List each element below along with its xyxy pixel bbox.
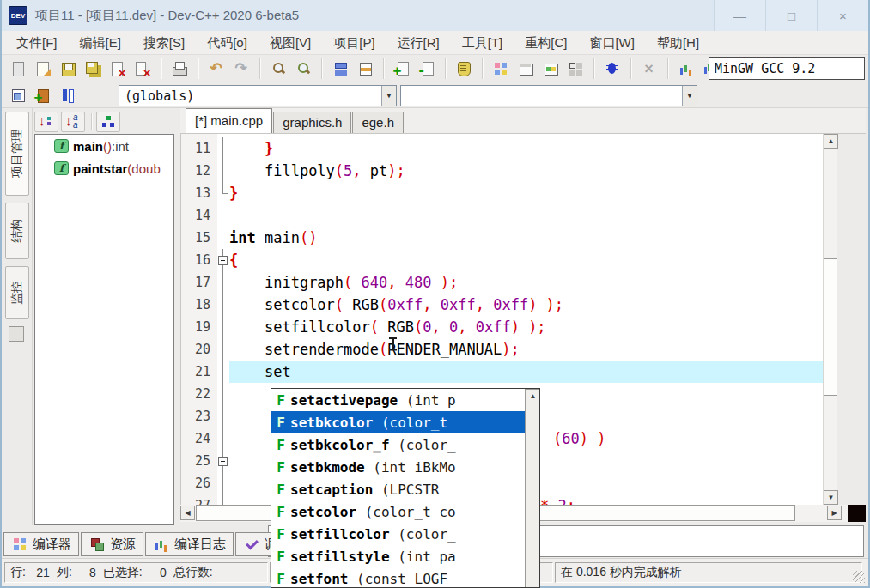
line-number[interactable]: 25 xyxy=(181,450,217,472)
line-number[interactable]: 15 xyxy=(181,227,217,249)
debug-button[interactable] xyxy=(600,58,624,80)
tree-item-main[interactable]: fmain(): int xyxy=(35,135,173,157)
float-report-button[interactable] xyxy=(9,326,24,342)
line-number[interactable]: 19 xyxy=(181,316,217,338)
menu-item-V[interactable]: 视图[V] xyxy=(259,31,322,54)
menu-item-P[interactable]: 项目[P] xyxy=(322,31,386,54)
scroll-down-button[interactable]: ▼ xyxy=(824,490,838,505)
replace-button[interactable] xyxy=(291,58,314,80)
line-number[interactable]: 14 xyxy=(181,204,217,227)
code-line-text[interactable] xyxy=(229,204,837,227)
line-number[interactable]: 26 xyxy=(181,472,217,494)
code-line-text[interactable]: } xyxy=(229,137,837,160)
chevron-down-icon[interactable]: ▼ xyxy=(381,86,396,106)
compile-run-button[interactable] xyxy=(538,58,562,80)
maximize-button[interactable]: □ xyxy=(765,0,817,31)
class-browser-tree[interactable]: fmain(): intfpaintstar(doub xyxy=(34,134,174,525)
report-tab-编译日志[interactable]: 编译日志 xyxy=(145,532,234,556)
autocomplete-item-setbkcolor[interactable]: Fsetbkcolor (color_t xyxy=(271,411,525,433)
close-button[interactable]: × xyxy=(817,0,868,31)
insert-split-button[interactable] xyxy=(353,58,376,80)
rebuild-button[interactable] xyxy=(563,58,587,80)
line-number[interactable]: 23 xyxy=(181,405,217,427)
remove-file-button[interactable] xyxy=(415,58,438,80)
compiler-combobox[interactable]: MinGW GCC 9.2 xyxy=(709,57,865,80)
menu-item-E[interactable]: 编辑[E] xyxy=(69,31,132,54)
tree-item-paintstar[interactable]: fpaintstar(doub xyxy=(35,157,173,179)
autocomplete-item-setcolor[interactable]: Fsetcolor (color_t co xyxy=(271,500,525,523)
profile-button[interactable] xyxy=(674,58,697,80)
print-button[interactable] xyxy=(167,58,191,80)
sort-alpha-button[interactable] xyxy=(61,112,85,132)
line-number[interactable]: 12 xyxy=(181,160,217,182)
fold-minus-box[interactable] xyxy=(218,457,228,466)
line-number[interactable]: 16 xyxy=(181,249,217,271)
chevron-down-icon[interactable]: ▼ xyxy=(682,86,697,106)
sort-type-button[interactable] xyxy=(34,112,58,132)
line-number[interactable]: 20 xyxy=(181,338,217,361)
editor-tab-graphics.h[interactable]: graphics.h xyxy=(273,112,351,133)
save-file-button[interactable] xyxy=(56,58,79,80)
line-number[interactable]: 17 xyxy=(181,271,217,294)
editor-tab-ege.h[interactable]: ege.h xyxy=(352,112,404,133)
line-number[interactable]: 21 xyxy=(181,361,217,383)
menu-item-W[interactable]: 窗口[W] xyxy=(578,31,646,54)
menu-item-T[interactable]: 工具[T] xyxy=(451,31,514,54)
code-line-text[interactable]: setcolor( RGB(0xff, 0xff, 0xff) ); xyxy=(229,294,837,316)
compile-button[interactable] xyxy=(489,58,512,80)
code-line-text[interactable]: { xyxy=(229,249,837,271)
swap-header-button[interactable] xyxy=(6,84,29,106)
code-line-text[interactable]: fillpoly(5, pt); xyxy=(229,160,837,182)
new-file-button[interactable] xyxy=(6,58,29,80)
fold-toggle-icon[interactable] xyxy=(217,450,229,472)
code-line-text[interactable]: setrendermode(RENDER_MANUAL); xyxy=(229,338,837,361)
fold-minus-box[interactable] xyxy=(218,256,228,265)
autocomplete-item-setbkcolor_f[interactable]: Fsetbkcolor_f (color_ xyxy=(271,433,525,456)
side-tab-结构[interactable]: 结构 xyxy=(5,203,29,259)
code-line-text[interactable]: int main() xyxy=(229,227,837,249)
minimize-button[interactable]: — xyxy=(714,0,765,31)
abort-button[interactable]: × xyxy=(637,58,660,80)
code-line-text[interactable]: initgraph( 640, 480 ); xyxy=(229,271,837,294)
undo-button[interactable]: ↶ xyxy=(204,58,228,80)
side-tab-项目管理[interactable]: 项目管理 xyxy=(5,112,29,196)
run-button[interactable] xyxy=(514,58,537,80)
members-combobox[interactable]: ▼ xyxy=(400,85,697,106)
popup-scroll-up-button[interactable]: ▲ xyxy=(526,389,540,403)
report-tab-资源[interactable]: 资源 xyxy=(81,532,143,556)
close-file-button[interactable] xyxy=(106,58,129,80)
redo-button[interactable]: ↷ xyxy=(229,58,252,80)
autocomplete-item-setfillcolor[interactable]: Fsetfillcolor (color_ xyxy=(271,523,525,545)
line-number[interactable]: 11 xyxy=(181,137,217,160)
autocomplete-item-setfont[interactable]: Fsetfont (const LOGF xyxy=(271,567,525,588)
tree-view-button[interactable] xyxy=(96,112,120,132)
panel-splitter[interactable] xyxy=(174,108,180,525)
profile-shield-button[interactable] xyxy=(452,58,475,80)
menu-item-R[interactable]: 运行[R] xyxy=(386,31,451,54)
menu-item-S[interactable]: 搜索[S] xyxy=(132,31,196,54)
add-project-button[interactable] xyxy=(31,84,54,106)
side-tab-监控[interactable]: 监控 xyxy=(5,266,29,319)
view-panels-button[interactable] xyxy=(328,58,351,80)
code-line-text[interactable]: set xyxy=(229,361,837,383)
code-line-text[interactable]: setfillcolor( RGB(0, 0, 0xff) ); xyxy=(229,316,837,338)
autocomplete-item-setfillstyle[interactable]: Fsetfillstyle (int pa xyxy=(271,545,525,567)
autocomplete-item-setactivepage[interactable]: Fsetactivepage (int p xyxy=(271,389,525,411)
bookmark-button[interactable] xyxy=(56,84,79,106)
add-file-button[interactable] xyxy=(390,58,413,80)
vertical-scrollbar[interactable]: ▲ ▼ xyxy=(823,134,837,505)
editor-tab-main.cpp[interactable]: [*] main.cpp xyxy=(186,108,272,133)
save-all-button[interactable] xyxy=(81,58,104,80)
find-button[interactable] xyxy=(266,58,289,80)
menu-item-F[interactable]: 文件[F] xyxy=(5,31,69,54)
vertical-scrollbar-thumb[interactable] xyxy=(824,258,837,396)
menu-item-o[interactable]: 代码[o] xyxy=(196,31,259,54)
scroll-right-button[interactable]: ▶ xyxy=(827,506,842,520)
line-number[interactable]: 18 xyxy=(181,294,217,316)
scroll-up-button[interactable]: ▲ xyxy=(824,134,838,149)
line-number[interactable]: 22 xyxy=(181,383,217,405)
line-number[interactable]: 27 xyxy=(181,494,217,505)
code-line-text[interactable]: } xyxy=(229,182,837,204)
line-number[interactable]: 24 xyxy=(181,427,217,450)
report-tab-编译器[interactable]: 编译器 xyxy=(3,532,79,556)
